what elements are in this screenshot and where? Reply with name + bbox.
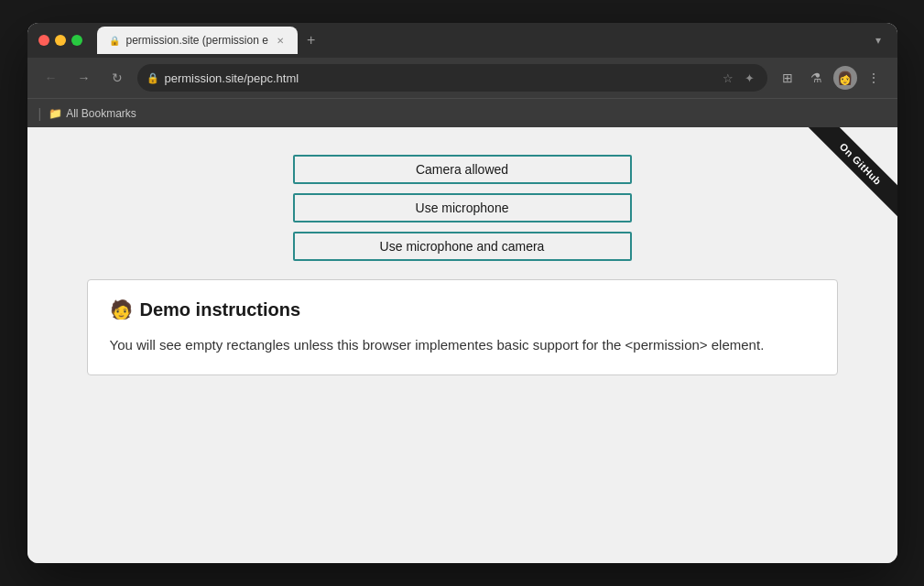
folder-icon: 📁 bbox=[49, 107, 62, 120]
tab-label: permission.site (permission e bbox=[126, 34, 268, 47]
back-button[interactable]: ← bbox=[38, 65, 64, 91]
title-bar: 🔒 permission.site (permission e ✕ + ▾ bbox=[27, 23, 897, 58]
nav-actions: ⊞ ⚗ 👩 ⋮ bbox=[775, 65, 886, 91]
page-content: On GitHub Camera allowed Use microphone … bbox=[27, 127, 897, 563]
use-microphone-label: Use microphone bbox=[416, 201, 509, 215]
back-icon: ← bbox=[45, 71, 58, 85]
bookmarks-label: All Bookmarks bbox=[66, 107, 136, 120]
forward-icon: → bbox=[78, 71, 91, 85]
extensions-icon[interactable]: ✦ bbox=[741, 70, 758, 87]
puzzle-icon[interactable]: ⊞ bbox=[775, 65, 800, 91]
lock-icon: 🔒 bbox=[147, 72, 159, 84]
use-microphone-camera-label: Use microphone and camera bbox=[380, 239, 545, 254]
active-tab[interactable]: 🔒 permission.site (permission e ✕ bbox=[97, 27, 298, 54]
demo-title-text: Demo instructions bbox=[140, 299, 301, 320]
close-button[interactable] bbox=[38, 35, 49, 46]
reload-icon: ↻ bbox=[112, 71, 123, 85]
maximize-button[interactable] bbox=[71, 35, 82, 46]
bookmarks-bar: | 📁 All Bookmarks bbox=[27, 98, 897, 127]
github-ribbon-label: On GitHub bbox=[808, 127, 897, 217]
star-icon[interactable]: ☆ bbox=[719, 70, 737, 87]
github-ribbon[interactable]: On GitHub bbox=[788, 127, 897, 237]
demo-title: 🧑 Demo instructions bbox=[110, 298, 815, 320]
demo-instructions-box: 🧑 Demo instructions You will see empty r… bbox=[87, 279, 838, 375]
use-microphone-camera-button[interactable]: Use microphone and camera bbox=[293, 232, 632, 261]
permissions-area: Camera allowed Use microphone Use microp… bbox=[234, 155, 691, 261]
bookmarks-folder[interactable]: 📁 All Bookmarks bbox=[49, 107, 136, 120]
avatar-icon: 👩 bbox=[837, 71, 853, 85]
nav-bar: ← → ↻ 🔒 permission.site/pepc.html ☆ ✦ ⊞ … bbox=[27, 58, 897, 98]
lab-icon[interactable]: ⚗ bbox=[804, 65, 830, 91]
address-bar-actions: ☆ ✦ bbox=[719, 70, 758, 87]
demo-emoji: 🧑 bbox=[110, 298, 133, 320]
new-tab-button[interactable]: + bbox=[301, 30, 321, 50]
tab-close-button[interactable]: ✕ bbox=[274, 34, 287, 47]
tab-site-icon: 🔒 bbox=[108, 34, 121, 47]
profile-avatar[interactable]: 👩 bbox=[833, 66, 857, 90]
forward-button[interactable]: → bbox=[71, 65, 97, 91]
reload-button[interactable]: ↻ bbox=[104, 65, 130, 91]
camera-allowed-button[interactable]: Camera allowed bbox=[293, 155, 632, 184]
address-text: permission.site/pepc.html bbox=[165, 71, 713, 85]
minimize-button[interactable] bbox=[55, 35, 66, 46]
more-menu-icon[interactable]: ⋮ bbox=[861, 65, 886, 91]
tab-bar: 🔒 permission.site (permission e ✕ + bbox=[97, 27, 863, 54]
camera-allowed-label: Camera allowed bbox=[416, 162, 508, 177]
demo-body-text: You will see empty rectangles unless thi… bbox=[110, 335, 815, 356]
address-bar[interactable]: 🔒 permission.site/pepc.html ☆ ✦ bbox=[137, 64, 767, 92]
tabs-chevron-button[interactable]: ▾ bbox=[870, 30, 886, 50]
browser-window: 🔒 permission.site (permission e ✕ + ▾ ← … bbox=[27, 23, 897, 563]
bookmarks-divider: | bbox=[38, 106, 42, 121]
traffic-lights bbox=[38, 35, 82, 46]
use-microphone-button[interactable]: Use microphone bbox=[293, 193, 632, 222]
